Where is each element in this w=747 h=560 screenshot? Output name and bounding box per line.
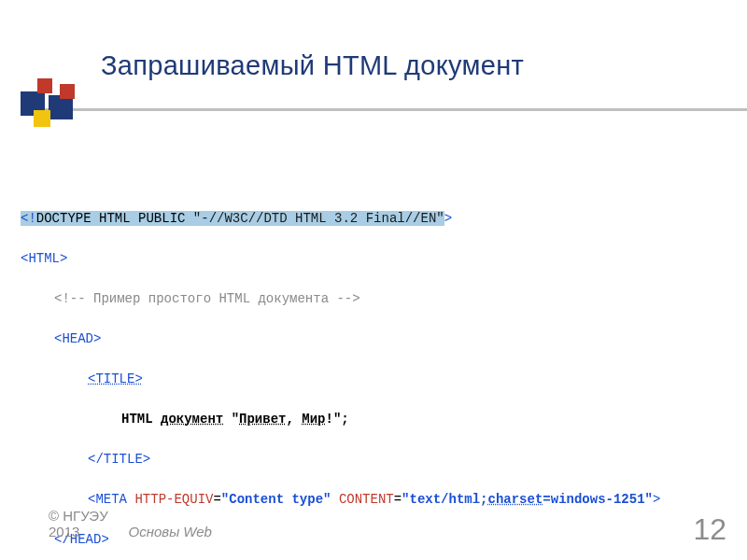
footer: © НГУЭУ 2013 Основы Web [49, 508, 212, 539]
code-line: <HEAD> [21, 329, 660, 350]
code-line: <TITLE> [21, 370, 660, 390]
code-line: <!-- Пример простого HTML документа --> [21, 289, 660, 310]
page-number: 12 [693, 512, 726, 547]
footer-copyright: © НГУЭУ [49, 508, 212, 524]
code-line: <HTML> [21, 249, 660, 270]
code-line: </TITLE> [21, 450, 660, 470]
divider [21, 108, 747, 111]
code-line: HTML документ "Привет, Мир!"; [21, 410, 660, 430]
slide-header: Запрашиваемый HTML документ [0, 0, 747, 131]
footer-year: 2013 [49, 524, 79, 539]
slide-title: Запрашиваемый HTML документ [101, 50, 524, 81]
code-line: <META HTTP-EQUIV="Content type" CONTENT=… [21, 490, 660, 511]
code-block: <!DOCTYPE HTML PUBLIC "-//W3C//DTD HTML … [21, 189, 660, 560]
code-line: <!DOCTYPE HTML PUBLIC "-//W3C//DTD HTML … [21, 209, 660, 230]
footer-course: Основы Web [129, 524, 212, 539]
